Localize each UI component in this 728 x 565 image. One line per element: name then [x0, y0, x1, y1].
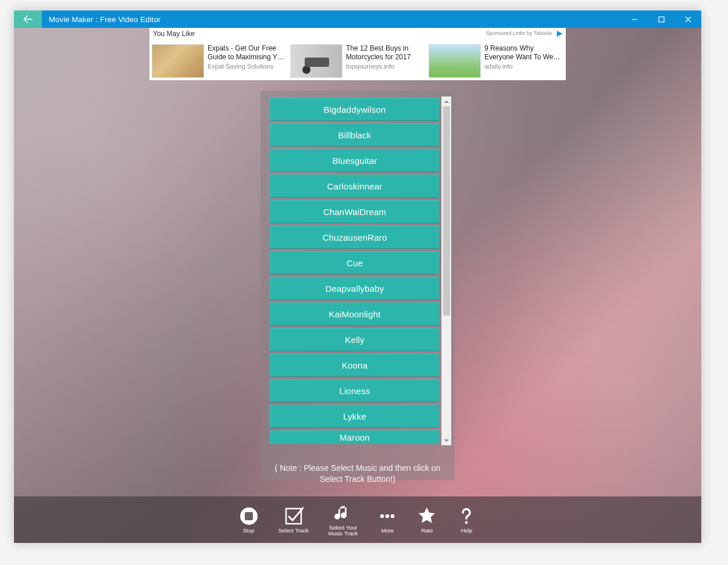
track-item[interactable]: KaiMoonlight — [270, 302, 439, 326]
stop-icon — [239, 506, 259, 526]
svg-rect-4 — [286, 509, 301, 524]
svg-marker-1 — [557, 31, 563, 37]
ad-title: The 12 Best Buys in Motorcycles for 2017 — [346, 44, 423, 62]
svg-rect-3 — [245, 512, 253, 520]
help-button[interactable]: Help — [456, 506, 476, 534]
toolbar-label: Rate — [421, 528, 433, 534]
ad-thumb-icon — [152, 44, 204, 78]
check-icon — [284, 506, 304, 526]
scroll-thumb[interactable] — [443, 106, 450, 316]
app-window: Movie Maker : Free Video Editor You May … — [14, 10, 701, 543]
toolbar-label: Select Your Music Track — [329, 525, 358, 537]
more-icon — [377, 506, 397, 526]
track-item[interactable]: ChuzausenRaro — [270, 226, 439, 249]
title-bar: Movie Maker : Free Video Editor — [14, 10, 701, 28]
svg-point-6 — [386, 514, 390, 518]
toolbar-label: Select Track — [279, 528, 309, 534]
track-item[interactable]: Cue — [270, 251, 439, 274]
more-button[interactable]: More — [377, 506, 397, 534]
track-item[interactable]: Lykke — [270, 405, 439, 428]
track-item[interactable]: Bigdaddywilson — [270, 98, 439, 121]
track-item[interactable]: Billblack — [270, 123, 439, 146]
track-item[interactable]: Deapvallybaby — [270, 277, 439, 300]
minimize-icon — [631, 16, 638, 23]
chevron-down-icon — [444, 438, 449, 443]
track-item[interactable]: Bluesguitar — [270, 149, 439, 172]
close-button[interactable] — [675, 10, 701, 28]
ad-item[interactable]: The 12 Best Buys in Motorcycles for 2017… — [290, 44, 423, 78]
track-item[interactable]: ChanWaiDream — [270, 200, 439, 223]
chevron-up-icon — [444, 99, 449, 104]
scroll-bar[interactable] — [441, 96, 451, 445]
adchoices-icon[interactable] — [555, 30, 563, 38]
track-panel: Bigdaddywilson Billblack Bluesguitar Car… — [260, 91, 455, 480]
arrow-left-icon — [23, 15, 33, 24]
ad-sponsor-text[interactable]: Sponsored Links by Taboola — [486, 30, 552, 36]
help-icon — [456, 506, 476, 526]
ad-item[interactable]: 9 Reasons Why Everyone Want To We… adail… — [429, 44, 561, 78]
maximize-button[interactable] — [648, 10, 675, 28]
track-item[interactable]: Kelly — [270, 328, 439, 351]
svg-rect-0 — [659, 17, 664, 22]
toolbar-label: More — [381, 528, 394, 534]
main-area: You May Like Sponsored Links by Taboola … — [14, 28, 701, 496]
scroll-up-button[interactable] — [442, 96, 451, 106]
ad-thumb-icon — [429, 44, 481, 78]
track-item[interactable]: Lioness — [270, 379, 439, 402]
ad-thumb-icon — [290, 44, 342, 78]
track-item[interactable]: Maroon — [270, 430, 439, 444]
minimize-button[interactable] — [621, 10, 648, 28]
ad-title: Expats - Get Our Free Guide to Maximisin… — [208, 44, 284, 62]
ad-source: topsjourneys.info — [346, 63, 423, 71]
rate-button[interactable]: Rate — [417, 506, 437, 534]
track-list: Bigdaddywilson Billblack Bluesguitar Car… — [264, 96, 441, 445]
close-icon — [685, 16, 691, 23]
svg-point-8 — [465, 521, 468, 524]
star-icon — [417, 506, 437, 526]
track-item[interactable]: Koona — [270, 353, 439, 377]
ad-title: 9 Reasons Why Everyone Want To We… — [484, 44, 561, 62]
ad-item[interactable]: Expats - Get Our Free Guide to Maximisin… — [152, 44, 284, 78]
scroll-down-button[interactable] — [442, 435, 451, 445]
ad-banner: You May Like Sponsored Links by Taboola … — [149, 28, 566, 80]
bottom-toolbar: Stop Select Track Select Your Music Trac… — [14, 496, 701, 543]
svg-point-7 — [391, 514, 395, 518]
toolbar-label: Stop — [243, 528, 255, 534]
app-title: Movie Maker : Free Video Editor — [42, 10, 621, 28]
back-button[interactable] — [14, 10, 42, 28]
select-track-button[interactable]: Select Track — [279, 506, 309, 534]
ad-source: adaily.info — [484, 63, 561, 71]
track-item[interactable]: Carloskinnear — [270, 174, 439, 198]
maximize-icon — [658, 16, 665, 23]
stop-button[interactable]: Stop — [239, 506, 259, 534]
ad-source: Expat Saving Solutions — [208, 63, 284, 71]
ad-header: You May Like — [153, 30, 195, 38]
select-your-music-button[interactable]: Select Your Music Track — [329, 503, 358, 537]
svg-point-5 — [380, 514, 384, 518]
music-icon — [333, 503, 353, 523]
toolbar-label: Help — [461, 528, 473, 534]
panel-note: ( Note : Please Select Music and then cl… — [264, 445, 451, 487]
